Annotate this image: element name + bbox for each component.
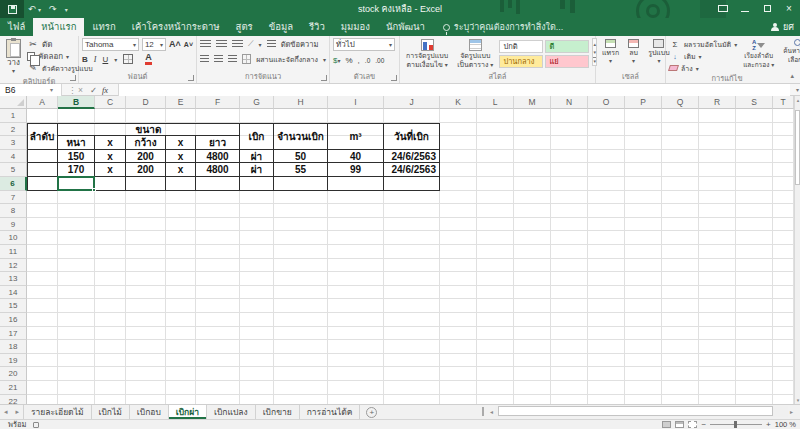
formula-input[interactable] [118,84,790,96]
row-header-11[interactable]: 11 [0,245,27,259]
fill-button[interactable]: ↓เติม▾ [669,50,737,62]
row-header-7[interactable]: 7 [0,191,27,205]
collapse-ribbon-button[interactable]: ▴ [790,72,794,80]
cell-F4[interactable]: 4800 [196,150,240,164]
column-header-G[interactable]: G [240,96,274,109]
tell-me-box[interactable]: ระบุว่าคุณต้องการทำสิ่งใด... [433,18,573,36]
cell-C6[interactable] [95,177,126,191]
name-box-chevron-icon[interactable]: ▾ [50,84,53,96]
cell-F3[interactable]: ยาว [196,136,240,150]
borders-button[interactable] [123,54,133,64]
align-middle-icon[interactable] [216,40,227,48]
ribbon-tab-1[interactable]: หน้าแรก [33,18,84,36]
cell-F5[interactable]: 4800 [196,163,240,177]
next-sheet-icon[interactable]: ▸ [12,405,24,419]
autosum-button[interactable]: Σผลรวมอัตโนมัติ▾ [669,38,737,50]
ribbon-tab-7[interactable]: มุมมอง [333,18,378,36]
cell-F6[interactable] [196,177,240,191]
cell-A6[interactable] [27,177,58,191]
row-header-13[interactable]: 13 [0,272,27,286]
row-header-9[interactable]: 9 [0,218,27,232]
row-header-15[interactable]: 15 [0,299,27,313]
cell-B4[interactable]: 150 [58,150,95,164]
sheet-tab-6[interactable]: การอ่านไต้ค [300,405,361,419]
align-top-icon[interactable] [200,40,211,48]
row-header-8[interactable]: 8 [0,204,27,218]
cell-D6[interactable] [126,177,166,191]
column-header-N[interactable]: N [551,96,588,109]
ribbon-tab-4[interactable]: สูตร [228,18,261,36]
find-select-button[interactable]: ค้นหาและ เลือก ▾ [780,38,800,74]
restore-button[interactable] [756,0,778,18]
dialog-launcher-icon[interactable] [321,75,327,81]
column-header-B[interactable]: B [58,96,95,109]
close-button[interactable]: × [778,0,800,18]
cell-G6[interactable] [240,177,274,191]
sheet-tab-0[interactable]: รายละเอียดไม้ [23,405,91,419]
cell-E3[interactable]: x [166,136,196,150]
horizontal-scroll-track[interactable] [495,406,788,417]
cell-E4[interactable]: x [166,150,196,164]
dialog-launcher-icon[interactable] [391,75,397,81]
column-header-E[interactable]: E [166,96,196,109]
row-header-21[interactable]: 21 [0,381,27,395]
cell-B2[interactable]: ขนาด [58,123,240,137]
font-name-combo[interactable]: Tahoma▾ [82,38,139,51]
redo-button[interactable]: ↷ [45,0,61,18]
font-size-combo[interactable]: 12▾ [142,38,166,51]
row-header-4[interactable]: 4 [0,150,27,164]
sheet-tab-3[interactable]: เบิกผ่า [169,405,207,419]
column-header-K[interactable]: K [440,96,477,109]
cell-H2[interactable]: จำนวนเบิก [274,123,328,150]
scroll-up-icon[interactable]: ▴ [795,97,800,103]
italic-button[interactable]: I [94,55,97,64]
zoom-slider-thumb[interactable] [734,421,737,428]
horizontal-scroll-thumb[interactable] [498,406,773,416]
ribbon-tab-5[interactable]: ข้อมูล [261,18,301,36]
column-header-P[interactable]: P [625,96,662,109]
active-cell-selection[interactable] [57,176,95,191]
column-header-Q[interactable]: Q [662,96,699,109]
merge-center-button[interactable]: ผสานและจัดกึ่งกลาง [256,54,318,65]
cell-J4[interactable]: 24/6/2563 [384,150,440,164]
column-header-I[interactable]: I [328,96,384,109]
align-bottom-icon[interactable] [232,40,243,48]
increase-font-button[interactable]: A˄ [169,40,181,49]
zoom-slider[interactable] [710,424,762,425]
new-sheet-button[interactable]: + [366,407,377,418]
scroll-down-icon[interactable]: ▾ [795,397,800,403]
vertical-scrollbar[interactable]: ▴ ▾ [794,96,800,404]
page-break-view-button[interactable] [688,421,697,428]
cell-D3[interactable]: กว้าง [126,136,166,150]
cell-I6[interactable] [328,177,384,191]
cell-E6[interactable] [166,177,196,191]
macro-record-icon[interactable] [33,422,39,428]
column-header-M[interactable]: M [514,96,551,109]
save-button[interactable] [0,0,24,18]
cell-A4[interactable] [27,150,58,164]
cell-J2[interactable]: วันที่เบิก [384,123,440,150]
cell-I4[interactable]: 40 [328,150,384,164]
conditional-formatting-button[interactable]: การจัดรูปแบบ ตามเงื่อนไข ▾ [403,38,451,72]
fill-handle[interactable] [92,188,96,192]
ribbon-tab-2[interactable]: แทรก [84,18,123,36]
orientation-button[interactable]: ⟋ [248,39,254,49]
number-format-combo[interactable]: ทั่วไป▾ [333,38,395,51]
zoom-level[interactable]: 100 % [775,420,796,429]
underline-button[interactable]: U [102,55,108,64]
cell-I5[interactable]: 99 [328,163,384,177]
wrap-text-button[interactable]: ตัดข้อความ [281,38,319,50]
row-header-19[interactable]: 19 [0,354,27,368]
dialog-launcher-icon[interactable] [188,75,194,81]
font-color-button[interactable]: A [145,53,152,65]
sheet-tab-1[interactable]: เบิกไม้ [92,405,130,419]
cell-G5[interactable]: ผ่า [240,163,274,177]
cell-C5[interactable]: x [95,163,126,177]
row-header-10[interactable]: 10 [0,231,27,245]
comma-button[interactable]: , [358,56,360,65]
column-header-J[interactable]: J [384,96,440,109]
column-header-A[interactable]: A [27,96,58,109]
scroll-left-icon[interactable]: ◂ [488,408,495,415]
column-header-H[interactable]: H [274,96,328,109]
prev-sheet-icon[interactable]: ◂ [0,405,12,419]
